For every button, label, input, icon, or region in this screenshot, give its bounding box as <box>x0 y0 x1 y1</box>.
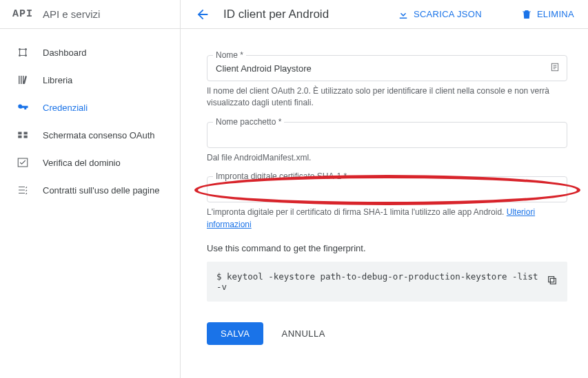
download-json-button[interactable]: SCARICA JSON <box>397 8 482 21</box>
copy-button[interactable] <box>547 275 558 288</box>
sidebar-item-consent[interactable]: Schermata consenso OAuth <box>0 121 180 149</box>
key-icon <box>17 101 29 114</box>
library-icon <box>17 74 29 86</box>
name-label: Nome * <box>213 50 246 60</box>
sidebar-item-label: Schermata consenso OAuth <box>43 130 155 140</box>
content: Nome * Il nome del client OAuth 2.0. È u… <box>181 29 588 359</box>
name-field: Nome * Il nome del client OAuth 2.0. È u… <box>207 55 567 109</box>
sidebar: API API e servizi Dashboard Libreria Cre… <box>0 0 181 378</box>
svg-point-0 <box>19 48 21 50</box>
download-json-label: SCARICA JSON <box>414 9 482 19</box>
sidebar-item-label: Verifica del dominio <box>43 158 121 168</box>
sidebar-item-credentials[interactable]: Credenziali <box>0 94 180 121</box>
sha1-helper: L'impronta digitale per il certificato d… <box>207 207 567 231</box>
svg-rect-10 <box>550 279 556 284</box>
sidebar-item-agreements[interactable]: Contratti sull'uso delle pagine <box>0 176 180 204</box>
package-label: Nome pacchetto * <box>213 117 284 127</box>
svg-rect-7 <box>24 136 28 138</box>
copy-icon <box>547 275 558 286</box>
sha1-helper-text: L'impronta digitale per il certificato d… <box>207 207 504 217</box>
sidebar-item-label: Dashboard <box>43 48 87 58</box>
consent-icon <box>17 129 29 141</box>
trash-icon <box>520 8 533 21</box>
sha1-field: Impronta digitale certificato SHA-1 * L'… <box>207 176 567 231</box>
page-title: ID client per Android <box>223 8 385 21</box>
topbar: ID client per Android SCARICA JSON ELIMI… <box>181 0 588 29</box>
sidebar-header: API API e servizi <box>0 0 180 29</box>
arrow-left-icon <box>195 7 210 22</box>
sidebar-item-label: Credenziali <box>43 103 88 113</box>
sha1-label: Impronta digitale certificato SHA-1 * <box>213 171 349 181</box>
fingerprint-command: $ keytool -keystore path-to-debug-or-pro… <box>216 271 547 292</box>
svg-point-3 <box>25 54 27 56</box>
dashboard-icon <box>17 46 29 59</box>
svg-point-1 <box>25 48 27 50</box>
svg-rect-5 <box>18 136 21 138</box>
sidebar-item-library[interactable]: Libreria <box>0 66 180 94</box>
fingerprint-command-box: $ keytool -keystore path-to-debug-or-pro… <box>207 262 567 302</box>
sidebar-nav: Dashboard Libreria Credenziali Schermata… <box>0 29 180 204</box>
domain-check-icon <box>17 156 29 169</box>
delete-label: ELIMINA <box>537 9 574 19</box>
api-logo: API <box>12 8 33 20</box>
sidebar-title: API e servizi <box>43 8 100 20</box>
save-button[interactable]: SALVA <box>207 322 263 345</box>
sidebar-item-dashboard[interactable]: Dashboard <box>0 39 180 66</box>
svg-rect-4 <box>18 132 21 135</box>
sidebar-item-domain[interactable]: Verifica del dominio <box>0 149 180 176</box>
sidebar-item-label: Libreria <box>43 75 72 85</box>
cancel-button[interactable]: ANNULLA <box>281 328 325 339</box>
fingerprint-hint: Use this command to get the fingerprint. <box>207 243 567 253</box>
svg-rect-6 <box>24 132 28 135</box>
note-icon <box>550 63 560 74</box>
name-helper: Il nome del client OAuth 2.0. È utilizza… <box>207 85 567 109</box>
form-actions: SALVA ANNULLA <box>207 322 567 345</box>
delete-button[interactable]: ELIMINA <box>520 8 574 21</box>
package-helper: Dal file AndroidManifest.xml. <box>207 152 567 164</box>
main: ID client per Android SCARICA JSON ELIMI… <box>181 0 588 378</box>
back-button[interactable] <box>194 6 211 23</box>
svg-point-2 <box>19 54 21 56</box>
package-field: Nome pacchetto * Dal file AndroidManifes… <box>207 122 567 164</box>
agreements-icon <box>17 184 29 196</box>
sidebar-item-label: Contratti sull'uso delle pagine <box>43 185 159 196</box>
name-input[interactable] <box>216 56 558 81</box>
download-icon <box>397 8 409 21</box>
svg-rect-11 <box>549 277 554 282</box>
